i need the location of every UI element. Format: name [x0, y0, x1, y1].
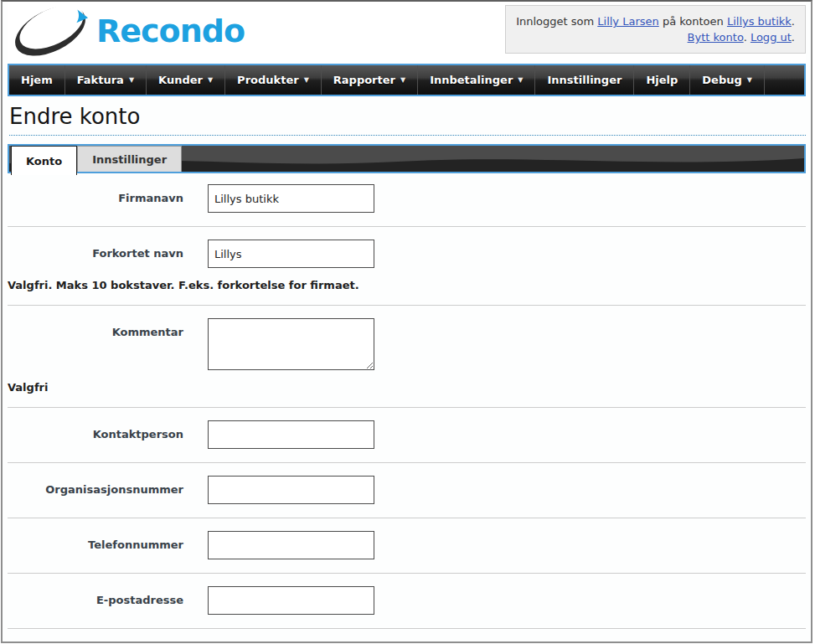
chevron-down-icon: ▼: [208, 77, 213, 84]
form-row-epostadresse: E-postadresse: [8, 574, 806, 629]
firmanavn-input[interactable]: [208, 184, 374, 213]
tab-strip: Konto Innstillinger: [8, 144, 806, 173]
login-line-2: Bytt konto. Logg ut.: [516, 29, 795, 45]
nav-label: Innstillinger: [547, 74, 622, 86]
login-period: .: [792, 15, 795, 28]
nettside-label: Nettside: [8, 641, 183, 643]
switch-account-link[interactable]: Bytt konto: [688, 31, 744, 44]
field-line: Firmanavn: [8, 184, 806, 213]
nav-item-rapporter[interactable]: Rapporter▼: [322, 65, 418, 95]
nav-item-hjelp[interactable]: Hjelp: [634, 65, 690, 95]
chevron-down-icon: ▼: [304, 77, 309, 84]
tab-label: Konto: [26, 155, 62, 167]
logo-text: Recondo: [96, 13, 245, 49]
form-row-kommentar: Kommentar Valgfri: [8, 306, 806, 408]
organisasjonsnummer-label: Organisasjonsnummer: [8, 476, 183, 496]
tab-innstillinger[interactable]: Innstillinger: [77, 146, 182, 172]
logo[interactable]: Recondo: [9, 5, 245, 57]
form-row-telefonnummer: Telefonnummer: [8, 518, 806, 574]
kontaktperson-input[interactable]: [208, 420, 374, 449]
nettside-input[interactable]: [208, 641, 374, 643]
field-line: Nettside: [8, 641, 806, 643]
kommentar-textarea[interactable]: [208, 318, 374, 370]
nav-label: Faktura: [77, 74, 124, 86]
field-line: Kommentar: [8, 318, 806, 370]
account-link[interactable]: Lillys butikk: [727, 15, 792, 28]
account-form: Firmanavn Forkortet navn Valgfri. Maks 1…: [8, 173, 806, 643]
field-line: Organisasjonsnummer: [8, 476, 806, 504]
nav-item-faktura[interactable]: Faktura▼: [65, 65, 147, 95]
nav-label: Produkter: [237, 74, 299, 86]
logout-link[interactable]: Logg ut: [751, 31, 792, 44]
nav-item-kunder[interactable]: Kunder▼: [147, 65, 225, 95]
nav-label: Kunder: [158, 74, 203, 86]
form-row-firmanavn: Firmanavn: [8, 173, 806, 227]
nav-item-produkter[interactable]: Produkter▼: [225, 65, 322, 95]
form-row-kontaktperson: Kontaktperson: [8, 408, 806, 463]
form-row-organisasjonsnummer: Organisasjonsnummer: [8, 463, 806, 518]
epostadresse-label: E-postadresse: [8, 586, 183, 606]
field-line: Telefonnummer: [8, 531, 806, 559]
header: Recondo Innlogget som Lilly Larsen på ko…: [8, 2, 806, 64]
tab-label: Innstillinger: [92, 153, 167, 166]
organisasjonsnummer-input[interactable]: [208, 476, 374, 504]
nav-label: Debug: [702, 74, 741, 86]
kontaktperson-label: Kontaktperson: [8, 420, 183, 440]
telefonnummer-label: Telefonnummer: [8, 531, 183, 551]
browser-viewport: Recondo Innlogget som Lilly Larsen på ko…: [1, 0, 812, 643]
chevron-down-icon: ▼: [518, 77, 523, 84]
field-line: Kontaktperson: [8, 420, 806, 449]
tab-konto[interactable]: Konto: [11, 146, 77, 175]
login-status-box: Innlogget som Lilly Larsen på kontoen Li…: [505, 5, 806, 54]
tab-list: Konto Innstillinger: [9, 146, 804, 172]
login-prefix-text: Innlogget som: [516, 15, 597, 28]
firmanavn-label: Firmanavn: [8, 184, 183, 204]
nav-item-debug[interactable]: Debug▼: [690, 65, 765, 95]
kommentar-hint: Valgfri: [8, 381, 806, 394]
user-link[interactable]: Lilly Larsen: [597, 15, 658, 28]
login-period-3: .: [792, 31, 795, 44]
nav-item-innbetalinger[interactable]: Innbetalinger▼: [418, 65, 535, 95]
form-row-forkortet-navn: Forkortet navn Valgfri. Maks 10 bokstave…: [8, 227, 806, 306]
form-row-nettside: Nettside: [8, 629, 806, 643]
kommentar-label: Kommentar: [8, 318, 183, 338]
field-line: E-postadresse: [8, 586, 806, 615]
forkortet-navn-input[interactable]: [208, 240, 374, 268]
login-middle-text: på kontoen: [659, 15, 727, 28]
epostadresse-input[interactable]: [208, 586, 374, 615]
forkortet-navn-label: Forkortet navn: [8, 240, 183, 260]
nav-label: Hjem: [21, 74, 53, 86]
main-nav: Hjem Faktura▼ Kunder▼ Produkter▼ Rapport…: [8, 64, 806, 96]
page-title: Endre konto: [9, 104, 806, 136]
login-line-1: Innlogget som Lilly Larsen på kontoen Li…: [516, 13, 795, 29]
login-period-2: .: [744, 31, 751, 44]
nav-item-hjem[interactable]: Hjem: [9, 65, 65, 95]
telefonnummer-input[interactable]: [208, 531, 374, 559]
chevron-down-icon: ▼: [129, 77, 134, 84]
nav-item-innstillinger[interactable]: Innstillinger: [535, 65, 634, 95]
nav-label: Rapporter: [333, 74, 395, 86]
field-line: Forkortet navn: [8, 240, 806, 268]
nav-label: Hjelp: [646, 74, 678, 86]
nav-label: Innbetalinger: [430, 74, 513, 86]
chevron-down-icon: ▼: [747, 77, 752, 84]
logo-swoosh-icon: [9, 5, 91, 57]
forkortet-navn-hint: Valgfri. Maks 10 bokstaver. F.eks. forko…: [8, 279, 806, 291]
chevron-down-icon: ▼: [400, 77, 405, 84]
